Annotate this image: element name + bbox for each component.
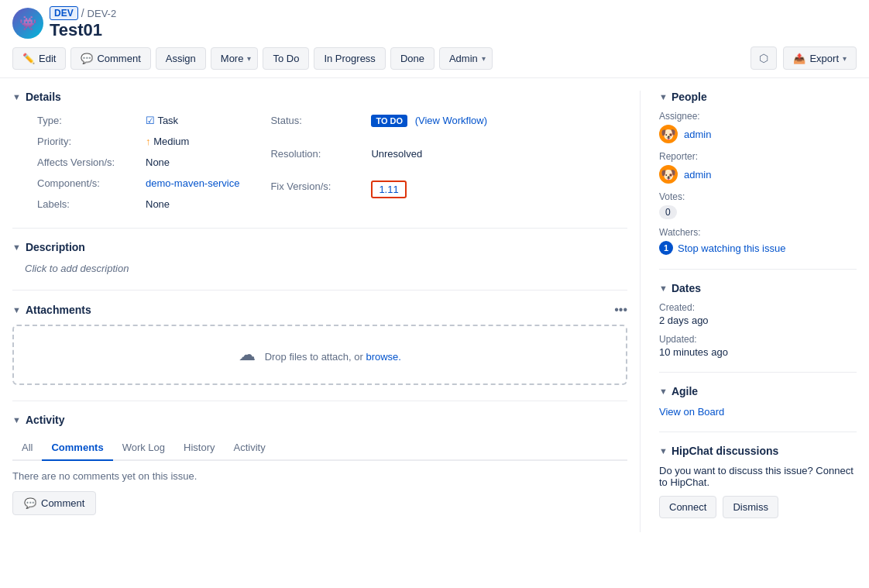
labels-label: Labels:	[37, 196, 146, 212]
details-right: Status: TO DO (View Workflow) Resolution…	[270, 112, 487, 212]
agile-toggle-icon: ▼	[659, 387, 668, 396]
drop-zone[interactable]: ☁ Drop files to attach, or browse.	[12, 325, 627, 385]
attachments-divider	[12, 401, 627, 401]
todo-button[interactable]: To Do	[263, 47, 309, 70]
export-button[interactable]: 📤 Export ▾	[783, 46, 857, 70]
description-section-header[interactable]: ▼ Description	[12, 241, 627, 253]
tab-comments[interactable]: Comments	[42, 435, 112, 461]
votes-label: Votes:	[659, 191, 857, 202]
watchers-label: Watchers:	[659, 227, 857, 238]
attachments-section: ▼ Attachments ••• ☁ Drop files to attach…	[12, 303, 627, 385]
breadcrumb-dev[interactable]: DEV	[50, 6, 78, 20]
tab-worklog[interactable]: Work Log	[113, 435, 174, 461]
fix-version-value: 1.11	[371, 178, 487, 212]
pencil-icon: ✏️	[22, 53, 35, 64]
fix-version-label: Fix Version/s:	[270, 178, 371, 212]
watchers-row: 1 Stop watching this issue	[659, 241, 857, 255]
attachments-header: ▼ Attachments •••	[12, 303, 627, 317]
components-value[interactable]: demo-maven-service	[146, 175, 239, 191]
agile-divider	[659, 432, 857, 432]
add-comment-button[interactable]: 💬 Comment	[12, 491, 96, 515]
dates-section-header[interactable]: ▼ Dates	[659, 282, 857, 294]
comment-button[interactable]: 💬 Comment	[70, 47, 150, 70]
edit-button[interactable]: ✏️ Edit	[12, 47, 66, 70]
tab-all[interactable]: All	[12, 435, 42, 461]
resolution-label: Resolution:	[270, 146, 371, 174]
view-on-board-link[interactable]: View on Board	[659, 406, 724, 418]
agile-section: ▼ Agile View on Board	[659, 385, 857, 418]
details-left: Type: ☑ Task Priority: ↑ Medium Affects …	[37, 112, 239, 212]
details-section: ▼ Details Type: ☑ Task Priority: ↑ Mediu…	[12, 91, 627, 212]
app-header: 👾 DEV / DEV-2 Test01	[0, 0, 869, 46]
hipchat-section-header[interactable]: ▼ HipChat discussions	[659, 445, 857, 457]
status-badge: TO DO	[371, 115, 407, 127]
dates-section: ▼ Dates Created: 2 days ago Updated: 10 …	[659, 282, 857, 358]
reporter-row: 🐶 admin	[659, 165, 857, 184]
attachments-toggle-icon: ▼	[12, 305, 21, 315]
export-icon: 📤	[793, 53, 805, 64]
export-chevron-icon: ▾	[843, 54, 847, 63]
affects-label: Affects Version/s:	[37, 154, 146, 170]
app-logo: 👾	[12, 8, 43, 39]
in-progress-button[interactable]: In Progress	[314, 47, 385, 70]
connect-button[interactable]: Connect	[659, 496, 716, 518]
reporter-name[interactable]: admin	[684, 167, 711, 183]
activity-toggle-icon: ▼	[12, 415, 21, 425]
dismiss-button[interactable]: Dismiss	[723, 496, 778, 518]
priority-label: Priority:	[37, 133, 146, 150]
agile-section-header[interactable]: ▼ Agile	[659, 385, 857, 397]
activity-section-header[interactable]: ▼ Activity	[12, 414, 627, 426]
agile-section-label: Agile	[672, 385, 698, 397]
people-section: ▼ People Assignee: 🐶 admin Reporter: 🐶 a…	[659, 91, 857, 255]
assign-button[interactable]: Assign	[156, 47, 206, 70]
admin-button[interactable]: Admin ▾	[439, 47, 493, 70]
tab-history[interactable]: History	[174, 435, 224, 461]
votes-count: 0	[659, 205, 677, 219]
description-section-label: Description	[26, 241, 85, 253]
attachments-more-icon[interactable]: •••	[614, 303, 627, 317]
reporter-avatar: 🐶	[659, 165, 678, 184]
main-content: ▼ Details Type: ☑ Task Priority: ↑ Mediu…	[0, 78, 869, 545]
type-label: Type:	[37, 112, 146, 129]
breadcrumb: DEV / DEV-2	[50, 6, 116, 20]
share-icon: ⬡	[759, 52, 768, 64]
hipchat-toggle-icon: ▼	[659, 446, 668, 456]
type-value: ☑ Task	[146, 112, 239, 129]
resolution-value: Unresolved	[371, 146, 487, 174]
description-placeholder[interactable]: Click to add description	[25, 263, 627, 274]
task-checkbox-icon: ☑	[146, 115, 155, 126]
view-workflow-link[interactable]: (View Workflow)	[415, 115, 487, 126]
watcher-count-badge: 1	[659, 241, 673, 255]
activity-tabs: All Comments Work Log History Activity	[12, 435, 627, 461]
tab-activity[interactable]: Activity	[225, 435, 275, 461]
details-divider	[12, 228, 627, 229]
status-value: TO DO (View Workflow)	[371, 112, 487, 141]
breadcrumb-sep: /	[81, 7, 84, 19]
admin-chevron-icon: ▾	[482, 54, 486, 63]
assignee-name[interactable]: admin	[684, 126, 711, 143]
description-divider	[12, 290, 627, 291]
comment-btn-icon: 💬	[24, 497, 36, 509]
description-section: ▼ Description Click to add description	[12, 241, 627, 274]
share-button[interactable]: ⬡	[750, 46, 777, 70]
sidebar: ▼ People Assignee: 🐶 admin Reporter: 🐶 a…	[640, 91, 857, 532]
created-label: Created:	[659, 302, 857, 313]
fix-version-box[interactable]: 1.11	[371, 181, 406, 198]
status-label: Status:	[270, 112, 371, 141]
hipchat-section: ▼ HipChat discussions Do you want to dis…	[659, 445, 857, 518]
breadcrumb-issue[interactable]: DEV-2	[88, 8, 117, 19]
hipchat-section-label: HipChat discussions	[672, 445, 778, 457]
no-comments-text: There are no comments yet on this issue.	[12, 470, 627, 482]
done-button[interactable]: Done	[390, 47, 434, 70]
people-divider	[659, 269, 857, 270]
hipchat-buttons: Connect Dismiss	[659, 496, 857, 518]
stop-watching-link[interactable]: Stop watching this issue	[678, 242, 785, 254]
browse-link[interactable]: browse.	[366, 351, 401, 363]
activity-section: ▼ Activity All Comments Work Log History…	[12, 414, 627, 515]
labels-value: None	[146, 196, 239, 212]
people-section-header[interactable]: ▼ People	[659, 91, 857, 103]
assignee-label: Assignee:	[659, 111, 857, 122]
components-label: Component/s:	[37, 175, 146, 191]
details-section-header[interactable]: ▼ Details	[12, 91, 627, 103]
more-button[interactable]: More ▾	[211, 47, 259, 70]
